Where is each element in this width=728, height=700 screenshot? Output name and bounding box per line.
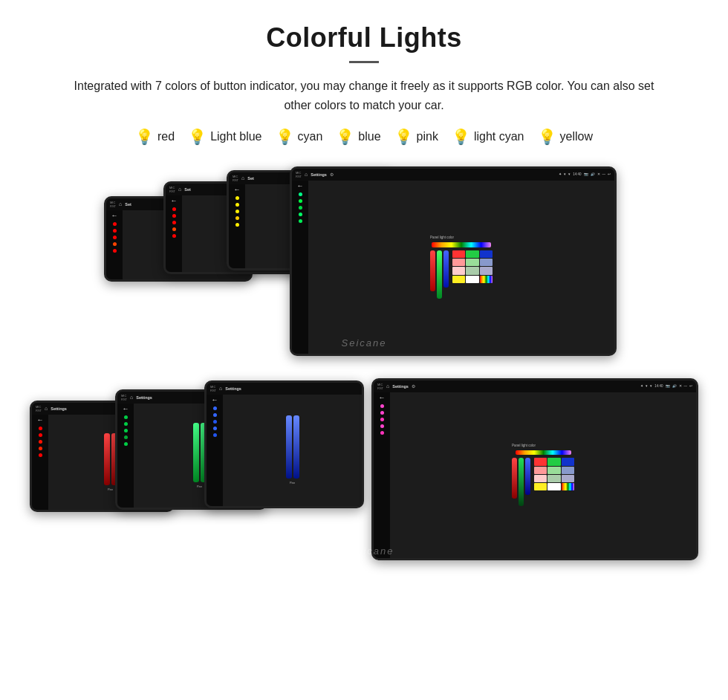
sidebar-dot-r1 <box>172 207 176 211</box>
swatch-6[interactable] <box>480 259 493 266</box>
sidebar-dot-m5 <box>299 219 302 223</box>
bot-swatch-9[interactable] <box>562 475 574 482</box>
bot-panel-title: Panel light color <box>512 444 536 447</box>
sidebar-dot-4 <box>113 242 117 246</box>
bot-swatch-12[interactable] <box>562 483 574 490</box>
home-icon-3: ⌂ <box>241 175 244 181</box>
title-divider <box>349 61 379 63</box>
page-container: Colorful Lights Integrated with 7 colors… <box>0 0 728 609</box>
color-item-blue: 💡 blue <box>336 129 380 144</box>
bot-swatch-7[interactable] <box>534 475 547 482</box>
panel-title: Panel light color <box>430 236 454 239</box>
bot-dot-b3 <box>213 420 217 424</box>
sidebar-dot-y2 <box>235 203 239 207</box>
bot-swatch-11[interactable] <box>547 483 560 490</box>
mic-rst-label-2: MICRST <box>169 186 175 193</box>
bot-swatch-4[interactable] <box>534 467 547 474</box>
bot-back-main[interactable]: ← <box>379 395 386 401</box>
sidebar-dot-m1 <box>299 192 302 196</box>
swatch-2[interactable] <box>466 250 478 258</box>
page-title: Colorful Lights <box>30 22 698 54</box>
bulb-blue: 💡 <box>336 129 354 144</box>
bot-back-3[interactable]: ← <box>212 397 218 404</box>
bot-pan-label-3: Pan <box>290 481 295 485</box>
back-button-main[interactable]: ← <box>297 183 304 189</box>
bot-swatch-1[interactable] <box>534 458 547 465</box>
bot-swatch-2[interactable] <box>547 458 560 465</box>
bar-green <box>437 250 442 299</box>
back-button-2[interactable]: ← <box>171 198 178 204</box>
back-nav-icon: ↩ <box>608 172 611 176</box>
bot-swatch-3[interactable] <box>562 458 574 465</box>
bot-dot-g3 <box>124 429 128 432</box>
bot-home-3: ⌂ <box>219 386 222 391</box>
mic-rst-label: MICRST <box>110 201 116 208</box>
swatch-3[interactable] <box>480 250 493 258</box>
settings-gear-icon: ⚙ <box>330 172 334 177</box>
bulb-lightblue: 💡 <box>188 129 207 144</box>
sidebar-dot-m4 <box>299 213 302 216</box>
sidebar-dot-r4 <box>172 227 176 231</box>
bot-dot-b2 <box>213 413 217 417</box>
swatch-10[interactable] <box>452 276 465 283</box>
sidebar-dot-y1 <box>235 196 239 200</box>
bot-swatch-10[interactable] <box>534 483 547 490</box>
back-button-3[interactable]: ← <box>234 187 241 193</box>
bot-dot-b1 <box>213 406 217 410</box>
sidebar-dot-5 <box>113 249 117 253</box>
swatch-7[interactable] <box>452 267 465 274</box>
swatch-12[interactable] <box>480 276 493 283</box>
top-screens-group: MICRST ⌂ Set ← <box>104 166 624 371</box>
sidebar-dot-r3 <box>172 221 176 224</box>
bot-dot-p3 <box>380 418 384 421</box>
bot-dot-g4 <box>124 435 128 439</box>
screen-main-top-main: Panel light color <box>308 181 614 354</box>
bot-dot-g2 <box>124 422 128 426</box>
bot-main-3: Pan <box>223 395 362 506</box>
status-bar: ✦ ▾ ▾ 14:40 📷 🔊 ✕ — ↩ <box>559 172 611 176</box>
sidebar-dot-y4 <box>235 216 239 220</box>
bot-color-bars <box>512 458 530 506</box>
top-screen-main: MICRST ⌂ Settings ⚙ ✦ ▾ ▾ 14:40 📷 🔊 ✕ — <box>290 166 617 356</box>
screen-title-1: Set <box>125 202 131 207</box>
bot-rainbow-bar <box>516 450 571 455</box>
color-label-red: red <box>157 130 175 143</box>
home-icon-2: ⌂ <box>178 187 181 192</box>
bot-swatch-6[interactable] <box>562 467 574 474</box>
bot-panel-section: Panel light color <box>512 444 574 506</box>
bot-screen-main: MICRST ⌂ Settings ⚙ ✦ ▾ ▾ 14:40 📷 🔊 ✕ — <box>371 378 698 560</box>
bot-home-main: ⌂ <box>386 383 389 389</box>
swatch-11[interactable] <box>466 276 478 283</box>
bot-dot-p4 <box>380 424 384 428</box>
back-button[interactable]: ← <box>111 213 118 219</box>
sidebar-dot-m2 <box>299 199 302 203</box>
bot-mic-rst-main: MICRST <box>377 383 383 390</box>
bot-title-3: Settings <box>225 386 241 391</box>
bot-back-nav-icon: ↩ <box>689 384 692 388</box>
swatch-4[interactable] <box>452 259 465 266</box>
bot-dot-p1 <box>380 404 384 408</box>
bars-and-grid <box>430 250 493 299</box>
bot-dot-r5 <box>39 453 42 457</box>
bot-swatch-8[interactable] <box>547 475 560 482</box>
bot-vol-icon: 🔊 <box>672 384 677 388</box>
sidebar-dot-3 <box>113 236 117 239</box>
bot-back-2[interactable]: ← <box>123 406 129 412</box>
swatch-8[interactable] <box>466 267 478 274</box>
bot-bar-b2 <box>293 415 299 479</box>
bot-bluetooth-icon: ✦ <box>640 384 643 388</box>
screen-title-3: Set <box>247 176 254 181</box>
swatch-1[interactable] <box>452 250 465 258</box>
bot-back-1[interactable]: ← <box>37 417 44 424</box>
bot-status-bar: ✦ ▾ ▾ 14:40 📷 🔊 ✕ — ↩ <box>640 384 692 388</box>
color-item-pink: 💡 pink <box>394 129 438 144</box>
bot-mic-rst-2: MICRST <box>121 394 127 401</box>
swatch-9[interactable] <box>480 267 493 274</box>
bot-dot-r4 <box>39 447 42 450</box>
color-item-yellow: 💡 yellow <box>538 129 593 144</box>
bot-swatch-5[interactable] <box>547 467 560 474</box>
bot-dot-b5 <box>213 433 217 437</box>
swatch-5[interactable] <box>466 259 478 266</box>
bot-bar-red <box>512 458 517 499</box>
bot-main-main: Panel light color <box>390 392 696 558</box>
